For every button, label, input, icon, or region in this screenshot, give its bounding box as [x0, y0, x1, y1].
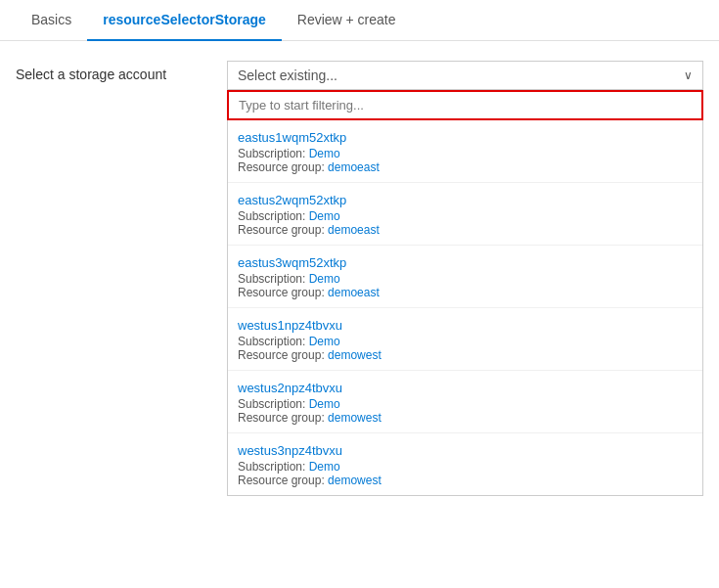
storage-account-label: Select a storage account — [16, 61, 211, 496]
resourcegroup-meta: Resource group: demoeast — [238, 223, 693, 237]
tab-reviewCreate[interactable]: Review + create — [282, 0, 412, 41]
subscription-meta: Subscription: Demo — [238, 335, 693, 348]
list-item[interactable]: westus3npz4tbvxuSubscription: DemoResour… — [228, 433, 702, 495]
filter-input-wrapper — [227, 90, 703, 120]
list-item[interactable]: eastus1wqm52xtkpSubscription: DemoResour… — [228, 120, 702, 183]
storage-account-name: eastus2wqm52xtkp — [238, 193, 693, 207]
storage-account-name: eastus3wqm52xtkp — [238, 255, 693, 270]
dropdown-placeholder: Select existing... — [238, 68, 337, 83]
resourcegroup-meta: Resource group: demowest — [238, 474, 693, 487]
storage-account-name: westus2npz4tbvxu — [238, 381, 693, 395]
resourcegroup-meta: Resource group: demoeast — [238, 160, 693, 174]
resourcegroup-meta: Resource group: demoeast — [238, 286, 693, 299]
list-item[interactable]: eastus2wqm52xtkpSubscription: DemoResour… — [228, 183, 702, 246]
resourcegroup-meta: Resource group: demowest — [238, 411, 693, 425]
control-column: Select existing... ∨ eastus1wqm52xtkpSub… — [227, 61, 703, 496]
subscription-meta: Subscription: Demo — [238, 460, 693, 474]
storage-account-name: westus1npz4tbvxu — [238, 318, 693, 333]
subscription-meta: Subscription: Demo — [238, 209, 693, 223]
resourcegroup-meta: Resource group: demowest — [238, 348, 693, 362]
tab-basics[interactable]: Basics — [16, 0, 87, 41]
tabs: BasicsresourceSelectorStorageReview + cr… — [0, 0, 719, 41]
list-item[interactable]: westus2npz4tbvxuSubscription: DemoResour… — [228, 371, 702, 433]
list-item[interactable]: westus1npz4tbvxuSubscription: DemoResour… — [228, 308, 702, 371]
storage-account-name: eastus1wqm52xtkp — [238, 130, 693, 145]
subscription-meta: Subscription: Demo — [238, 147, 693, 160]
subscription-meta: Subscription: Demo — [238, 272, 693, 286]
storage-account-name: westus3npz4tbvxu — [238, 443, 693, 458]
chevron-down-icon: ∨ — [684, 68, 693, 82]
tab-resourceSelectorStorage[interactable]: resourceSelectorStorage — [87, 0, 282, 41]
filter-input[interactable] — [229, 92, 701, 118]
dropdown-select[interactable]: Select existing... ∨ — [227, 61, 703, 90]
subscription-meta: Subscription: Demo — [238, 397, 693, 411]
main-content: Select a storage account Select existing… — [0, 41, 719, 516]
list-item[interactable]: eastus3wqm52xtkpSubscription: DemoResour… — [228, 246, 702, 308]
storage-list: eastus1wqm52xtkpSubscription: DemoResour… — [227, 120, 703, 496]
